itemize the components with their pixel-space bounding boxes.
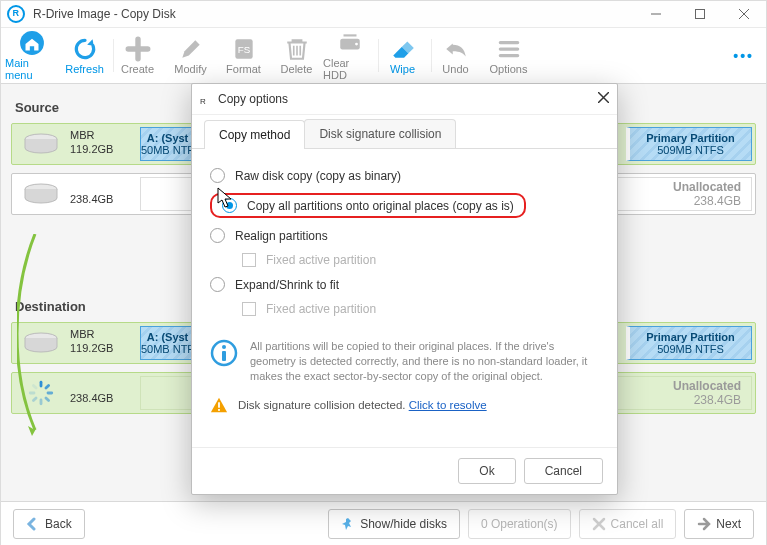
dialog-title: Copy options (218, 92, 288, 106)
toolbar-delete[interactable]: Delete (270, 29, 323, 82)
format-icon: FS (231, 36, 257, 62)
toolbar: Main menu Refresh Create Modify FS Forma… (1, 28, 766, 84)
back-button[interactable]: Back (13, 509, 85, 539)
pin-icon (341, 517, 355, 531)
radio-icon (222, 198, 237, 213)
svg-point-5 (355, 43, 358, 46)
arrow-left-icon (26, 517, 40, 531)
radio-icon (210, 228, 225, 243)
close-button[interactable] (722, 1, 766, 27)
cancel-button[interactable]: Cancel (524, 458, 603, 484)
partition-primary[interactable]: Primary Partition 509MB NTFS (626, 127, 752, 161)
warning-panel: Disk signature collision detected. Click… (192, 394, 617, 426)
svg-rect-19 (222, 351, 226, 361)
opt-realign[interactable]: Realign partitions (210, 223, 599, 248)
svg-point-18 (222, 345, 226, 349)
svg-rect-21 (218, 409, 220, 411)
opt-realign-fixed: Fixed active partition (210, 248, 599, 272)
svg-rect-20 (218, 402, 220, 407)
toolbar-format[interactable]: FS Format (217, 29, 270, 82)
clear-hdd-icon (337, 30, 363, 56)
plus-icon (125, 36, 151, 62)
maximize-button[interactable] (678, 1, 722, 27)
radio-icon (210, 277, 225, 292)
titlebar: R R-Drive Image - Copy Disk (1, 1, 766, 28)
checkbox-icon (242, 302, 256, 316)
opt-raw-copy[interactable]: Raw disk copy (copy as binary) (210, 163, 599, 188)
home-icon (19, 30, 45, 56)
refresh-icon (72, 36, 98, 62)
svg-text:FS: FS (237, 44, 250, 55)
svg-rect-16 (31, 383, 38, 390)
trash-icon (284, 36, 310, 62)
partition-primary[interactable]: Primary Partition 509MB NTFS (626, 326, 752, 360)
dialog-close-button[interactable] (598, 92, 609, 106)
spinner-icon (27, 379, 55, 407)
svg-rect-15 (29, 392, 36, 395)
info-panel: All partitions will be copied to their o… (192, 335, 617, 394)
tab-copy-method[interactable]: Copy method (204, 120, 305, 149)
disk-icon (21, 133, 61, 155)
pencil-icon (178, 36, 204, 62)
toolbar-main-menu[interactable]: Main menu (5, 29, 58, 82)
partition-sys[interactable]: A: (Syst 50MB NTF (140, 326, 195, 360)
close-icon (598, 92, 609, 103)
svg-rect-0 (696, 10, 705, 19)
warning-icon (210, 396, 228, 414)
toolbar-clear-hdd[interactable]: Clear HDD (323, 29, 376, 82)
x-icon (592, 517, 606, 531)
toolbar-modify[interactable]: Modify (164, 29, 217, 82)
opt-copy-all[interactable]: Copy all partitions onto original places… (210, 188, 599, 223)
next-button[interactable]: Next (684, 509, 754, 539)
svg-rect-9 (40, 381, 43, 388)
toolbar-wipe[interactable]: Wipe (376, 29, 429, 82)
toolbar-undo[interactable]: Undo (429, 29, 482, 82)
window-title: R-Drive Image - Copy Disk (31, 7, 176, 21)
toolbar-options[interactable]: Options (482, 29, 535, 82)
svg-rect-11 (47, 392, 54, 395)
cancel-all-button: Cancel all (579, 509, 677, 539)
toolbar-overflow[interactable]: ••• (733, 48, 754, 64)
undo-icon (443, 36, 469, 62)
toolbar-create[interactable]: Create (111, 29, 164, 82)
minimize-button[interactable] (634, 1, 678, 27)
arrow-right-icon (697, 517, 711, 531)
eraser-icon (390, 36, 416, 62)
disk-icon (21, 183, 61, 205)
show-hide-disks-button[interactable]: Show/hide disks (328, 509, 460, 539)
resolve-link[interactable]: Click to resolve (409, 399, 487, 411)
copy-options-dialog: R Copy options Copy method Disk signatur… (191, 83, 618, 495)
radio-icon (210, 168, 225, 183)
opt-expand[interactable]: Expand/Shrink to fit (210, 272, 599, 297)
opt-expand-fixed: Fixed active partition (210, 297, 599, 321)
disk-icon (21, 332, 61, 354)
operations-button: 0 Operation(s) (468, 509, 571, 539)
partition-sys[interactable]: A: (Syst 50MB NTF (140, 127, 195, 161)
menu-icon (496, 36, 522, 62)
bottombar: Back Show/hide disks 0 Operation(s) Canc… (1, 501, 766, 545)
svg-rect-10 (44, 383, 51, 390)
svg-rect-14 (31, 396, 38, 403)
ok-button[interactable]: Ok (458, 458, 515, 484)
svg-rect-12 (44, 396, 51, 403)
app-logo-icon: R (200, 93, 212, 105)
tab-collision[interactable]: Disk signature collision (304, 119, 456, 148)
toolbar-refresh[interactable]: Refresh (58, 29, 111, 82)
info-icon (210, 339, 238, 367)
checkbox-icon (242, 253, 256, 267)
app-logo-icon: R (7, 5, 25, 23)
svg-rect-13 (40, 399, 43, 406)
